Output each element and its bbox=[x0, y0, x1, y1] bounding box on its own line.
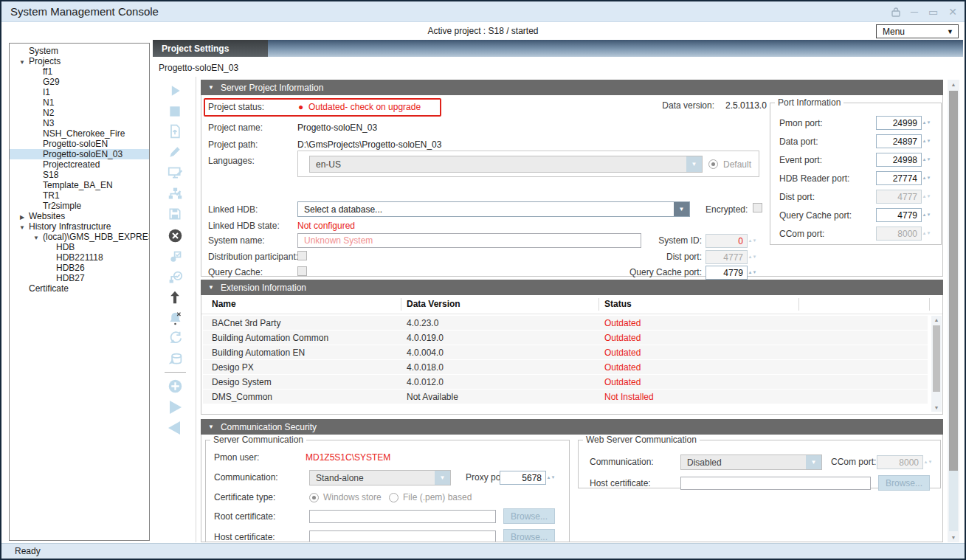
chevron-down-icon[interactable]: ▼ bbox=[686, 156, 702, 172]
create-project-button[interactable] bbox=[165, 122, 184, 141]
spinner-arrows-icon[interactable]: ▲▼ bbox=[923, 116, 930, 130]
tree-item-certificate[interactable]: Certificate bbox=[10, 283, 149, 294]
main-scrollbar[interactable]: ▲ ▼ bbox=[948, 80, 959, 542]
linked-hdb-combo[interactable]: Select a database... ▼ bbox=[297, 201, 690, 217]
collapse-icon[interactable]: ▼ bbox=[208, 284, 214, 291]
windows-store-radio[interactable] bbox=[309, 493, 319, 502]
tree-item[interactable]: G29 bbox=[10, 77, 149, 87]
column-header-name[interactable]: Name bbox=[212, 299, 236, 309]
system-name-input[interactable]: Unknown System bbox=[297, 233, 641, 248]
save-project-button[interactable] bbox=[165, 204, 184, 224]
edit-display-button[interactable] bbox=[165, 163, 184, 182]
tree-item[interactable]: Tr2simple bbox=[10, 201, 149, 211]
maximize-button[interactable]: ▭ bbox=[928, 7, 938, 17]
host-certificate-input[interactable] bbox=[309, 530, 496, 542]
spinner-arrows-icon[interactable]: ▲▼ bbox=[923, 134, 930, 148]
root-certificate-input[interactable] bbox=[309, 510, 496, 523]
tree-item-selected[interactable]: Progetto-soloEN_03 bbox=[10, 149, 149, 159]
extension-row[interactable]: Building Automation Common 4.0.019.0 Out… bbox=[203, 331, 928, 345]
hdb-reader-port-input[interactable]: 27774 bbox=[876, 171, 922, 185]
disable-notifications-button[interactable] bbox=[165, 308, 184, 328]
tree-item[interactable]: Progetto-soloEN bbox=[10, 139, 149, 149]
collapse-icon[interactable]: ▼ bbox=[208, 84, 214, 91]
tree-item[interactable]: HDB bbox=[10, 242, 149, 252]
file-pem-radio[interactable] bbox=[389, 493, 399, 502]
extension-row[interactable]: Desigo PX 4.0.018.0 Outdated bbox=[203, 360, 928, 374]
upgrade-project-button[interactable] bbox=[165, 288, 184, 307]
tree-item[interactable]: N1 bbox=[10, 97, 149, 108]
minimize-button[interactable]: ─ bbox=[911, 7, 918, 17]
chevron-down-icon[interactable]: ▼ bbox=[674, 202, 689, 216]
extension-row[interactable]: DMS_Common Not Available Not Installed bbox=[203, 390, 928, 404]
root-certificate-browse-button[interactable]: Browse... bbox=[503, 508, 555, 524]
edit-distribution-button[interactable] bbox=[165, 184, 184, 203]
spinner-arrows-icon[interactable]: ▲▼ bbox=[548, 471, 554, 485]
column-header-data-version[interactable]: Data Version bbox=[407, 299, 460, 309]
spinner-arrows-icon[interactable]: ▲▼ bbox=[923, 208, 930, 222]
tree-item[interactable]: N3 bbox=[10, 118, 149, 128]
previous-button[interactable] bbox=[165, 418, 184, 438]
tree-item-projects[interactable]: ▼Projects bbox=[10, 56, 149, 66]
close-button[interactable]: ✕ bbox=[948, 7, 957, 17]
spinner-arrows-icon[interactable]: ▲▼ bbox=[749, 266, 756, 280]
event-port-input[interactable]: 24998 bbox=[876, 153, 922, 167]
next-button[interactable] bbox=[165, 398, 184, 417]
edit-project-button[interactable] bbox=[165, 142, 184, 162]
scroll-down-icon[interactable]: ▼ bbox=[931, 405, 942, 410]
tree-item[interactable]: ff1 bbox=[10, 66, 149, 77]
host-certificate-browse-button[interactable]: Browse... bbox=[503, 529, 555, 542]
tree-item-hdb-server[interactable]: ▼(local)\GMS_HDB_EXPRESS bbox=[10, 232, 149, 242]
extension-row[interactable]: Desigo System 4.0.012.0 Outdated bbox=[203, 375, 928, 389]
scroll-up-icon[interactable]: ▲ bbox=[948, 82, 959, 87]
distribution-participant-checkbox[interactable] bbox=[297, 251, 307, 260]
stop-project-button[interactable] bbox=[165, 102, 184, 121]
tree-item[interactable]: TR1 bbox=[10, 190, 149, 201]
add-project-button[interactable] bbox=[165, 376, 184, 395]
tree-item[interactable]: NSH_Cherokee_Fire bbox=[10, 128, 149, 139]
menu-dropdown[interactable]: Menu ▼ bbox=[876, 24, 959, 38]
proxy-port-input[interactable]: 5678 bbox=[500, 471, 546, 485]
web-host-certificate-input[interactable] bbox=[680, 477, 871, 490]
collapse-icon[interactable]: ▼ bbox=[208, 424, 214, 430]
encrypted-checkbox[interactable] bbox=[753, 203, 762, 212]
tree-item-system[interactable]: System bbox=[10, 46, 149, 56]
system-name-label: System name: bbox=[208, 235, 265, 246]
check-project-button[interactable] bbox=[165, 247, 184, 266]
tree-item[interactable]: I1 bbox=[10, 87, 149, 97]
tree-item-websites[interactable]: ▶Websites bbox=[10, 211, 149, 221]
section-header-communication-security[interactable]: ▼ Communication Security bbox=[201, 419, 943, 435]
scroll-down-icon[interactable]: ▼ bbox=[948, 535, 959, 540]
tree-item[interactable]: Template_BA_EN bbox=[10, 180, 149, 190]
tree-item[interactable]: Projectcreated bbox=[10, 159, 149, 170]
data-port-input[interactable]: 24897 bbox=[876, 134, 922, 148]
close-project-button[interactable] bbox=[165, 226, 184, 245]
tree-item[interactable]: HDB26 bbox=[10, 263, 149, 273]
tree-item[interactable]: S18 bbox=[10, 170, 149, 180]
section-header-server-project-information[interactable]: ▼ Server Project Information bbox=[201, 80, 943, 95]
tree-item[interactable]: N2 bbox=[10, 108, 149, 118]
tree-item[interactable]: HDB27 bbox=[10, 273, 149, 283]
check-distribution-button[interactable] bbox=[165, 268, 184, 287]
tree-item[interactable]: HDB221118 bbox=[10, 252, 149, 263]
start-project-button[interactable] bbox=[165, 81, 184, 100]
tree-item-history-infrastructure[interactable]: ▼History Infrastructure bbox=[10, 221, 149, 232]
tab-project-settings[interactable]: Project Settings bbox=[153, 40, 268, 57]
table-scrollbar[interactable]: ▲ ▼ bbox=[931, 316, 942, 412]
extension-row[interactable]: Building Automation EN 4.0.004.0 Outdate… bbox=[203, 345, 928, 359]
query-cache-port-row-input[interactable]: 4779 bbox=[705, 266, 748, 280]
query-cache-port-input[interactable]: 4779 bbox=[876, 208, 922, 222]
web-host-certificate-browse-button[interactable]: Browse... bbox=[878, 475, 930, 491]
spinner-arrows-icon[interactable]: ▲▼ bbox=[923, 171, 930, 185]
ccom-port-input: 8000 bbox=[876, 227, 922, 241]
extension-row[interactable]: BACnet 3rd Party 4.0.23.0 Outdated bbox=[203, 316, 928, 330]
scroll-up-icon[interactable]: ▲ bbox=[931, 317, 942, 322]
query-cache-checkbox[interactable] bbox=[297, 266, 307, 276]
clear-hdb-button[interactable] bbox=[165, 349, 184, 368]
column-header-status[interactable]: Status bbox=[604, 299, 632, 309]
restore-distribution-button[interactable] bbox=[165, 328, 184, 348]
spinner-arrows-icon[interactable]: ▲▼ bbox=[923, 153, 930, 167]
default-language-radio[interactable] bbox=[708, 159, 718, 169]
language-combo[interactable]: en-US ▼ bbox=[309, 156, 703, 173]
section-header-extension-information[interactable]: ▼ Extension Information bbox=[201, 280, 943, 295]
pmon-port-input[interactable]: 24999 bbox=[876, 116, 922, 130]
